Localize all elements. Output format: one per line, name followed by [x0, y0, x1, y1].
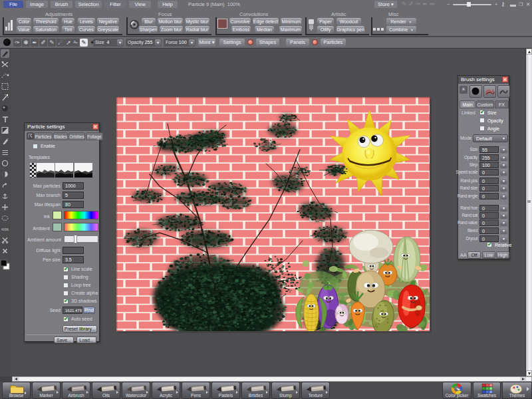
svg-text:4096: 4096: [1, 227, 9, 231]
